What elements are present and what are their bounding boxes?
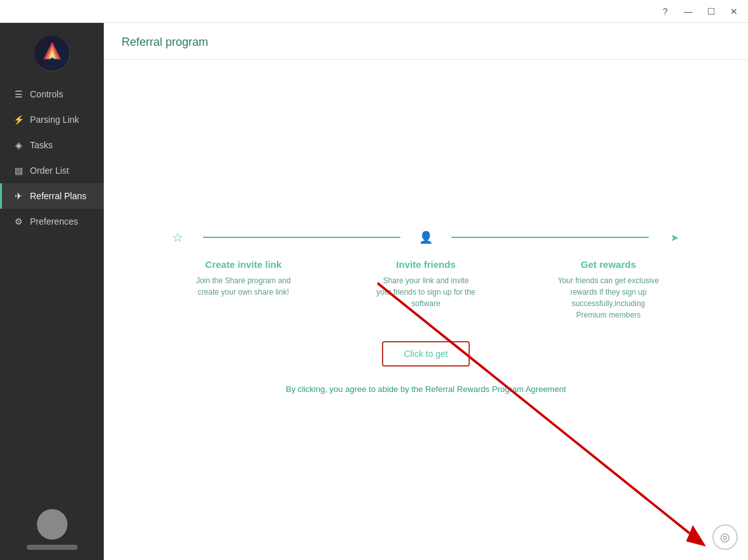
step2-text: Invite friends Share your link and invit… (335, 253, 518, 321)
get-rewards-icon: ➤ (663, 226, 686, 249)
step3-desc: Your friends can get exclusive rewards i… (558, 275, 660, 321)
page-header: Referral program (104, 23, 748, 60)
logo-icon (34, 36, 70, 71)
sidebar-item-referral-plans[interactable]: ✈ Referral Plans (0, 183, 104, 209)
sidebar-item-preferences[interactable]: ⚙ Preferences (0, 209, 104, 234)
nav-icon-preferences: ⚙ (13, 216, 24, 227)
nav-icon-parsing-link: ⚡ (13, 115, 24, 125)
main-content: Referral program ☆ 👤 ➤ Create (104, 23, 748, 560)
sidebar-item-order-list[interactable]: ▤ Order List (0, 158, 104, 183)
step1-desc: Join the Share program and create your o… (192, 275, 294, 298)
nav-label-parsing-link: Parsing Link (30, 115, 79, 125)
step3-icon-cell: ➤ (649, 226, 700, 249)
sidebar: ☰ Controls ⚡ Parsing Link ◈ Tasks ▤ Orde… (0, 23, 104, 560)
nav-icon-controls: ☰ (13, 89, 24, 99)
maximize-icon: ☐ (707, 6, 716, 17)
nav-label-order-list: Order List (30, 165, 69, 176)
sidebar-item-controls[interactable]: ☰ Controls (0, 81, 104, 107)
title-bar: ? — ☐ ✕ (0, 0, 748, 23)
page-title: Referral program (122, 36, 208, 48)
sidebar-item-tasks[interactable]: ◈ Tasks (0, 132, 104, 158)
help-icon: ? (663, 6, 668, 17)
page-body: ☆ 👤 ➤ Create invite link Join the Share … (104, 60, 748, 560)
steps-text-row: Create invite link Join the Share progra… (152, 253, 700, 321)
agreement-text: By clicking, you agree to abide by the R… (286, 384, 566, 394)
nav-label-controls: Controls (30, 89, 63, 99)
sidebar-logo (0, 23, 104, 81)
maximize-button[interactable]: ☐ (702, 3, 720, 20)
step1-icon-cell: ☆ (152, 226, 203, 249)
step3-text: Get rewards Your friends can get exclusi… (517, 253, 700, 321)
step1-title: Create invite link (205, 259, 281, 270)
sidebar-nav: ☰ Controls ⚡ Parsing Link ◈ Tasks ▤ Orde… (0, 81, 104, 499)
steps-icons-row: ☆ 👤 ➤ (152, 226, 700, 249)
minimize-button[interactable]: — (679, 3, 697, 20)
connector-2 (451, 237, 649, 238)
app-logo (34, 36, 70, 71)
create-invite-icon: ☆ (166, 226, 189, 249)
nav-icon-order-list: ▤ (13, 165, 24, 176)
close-button[interactable]: ✕ (725, 3, 743, 20)
username-bar (27, 545, 78, 550)
step2-icon-cell: 👤 (400, 226, 451, 249)
help-button[interactable]: ? (656, 3, 674, 20)
step2-desc: Share your link and invite your friends … (375, 275, 477, 309)
avatar (37, 509, 67, 540)
click-to-get-button[interactable]: Click to get (382, 341, 469, 367)
nav-label-referral-plans: Referral Plans (30, 191, 87, 201)
close-icon: ✕ (730, 6, 738, 17)
bottom-right-button[interactable]: ◎ (712, 524, 738, 550)
nav-icon-referral-plans: ✈ (13, 191, 24, 201)
nav-label-preferences: Preferences (30, 216, 78, 227)
nav-label-tasks: Tasks (30, 140, 53, 150)
step3-title: Get rewards (581, 259, 636, 270)
minimize-icon: — (684, 6, 693, 17)
cta-section: Click to get By clicking, you agree to a… (286, 341, 566, 394)
step2-title: Invite friends (396, 259, 455, 270)
step1-text: Create invite link Join the Share progra… (152, 253, 335, 321)
sidebar-item-parsing-link[interactable]: ⚡ Parsing Link (0, 107, 104, 132)
nav-icon-tasks: ◈ (13, 140, 24, 150)
bottom-right-icon: ◎ (720, 530, 730, 544)
connector-1 (203, 237, 400, 238)
invite-friends-icon: 👤 (414, 226, 437, 249)
app-container: ☰ Controls ⚡ Parsing Link ◈ Tasks ▤ Orde… (0, 23, 748, 560)
sidebar-bottom (0, 499, 104, 560)
